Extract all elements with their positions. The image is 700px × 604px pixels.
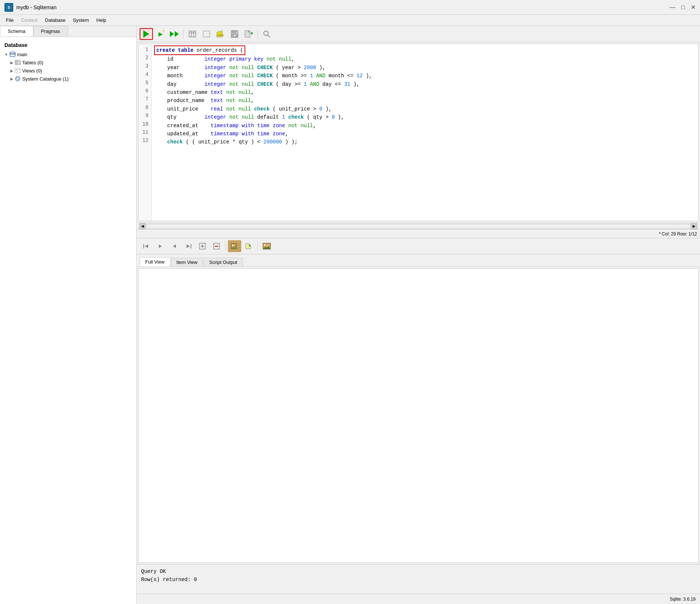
maximize-button[interactable]: □ [681, 4, 685, 11]
code-line-9: qty integer not null default 1 check ( q… [155, 113, 695, 121]
editor-status-bar: * Col: 29 Row: 1/12 [137, 229, 700, 238]
code-line-6: customer_name text not null, [155, 88, 695, 96]
sidebar: Schema Pragmas Database ▼ main ▶ [0, 26, 137, 604]
svg-rect-11 [189, 31, 196, 37]
tables-icon [15, 60, 21, 65]
close-button[interactable]: ✕ [691, 4, 696, 11]
tree-item-views[interactable]: ▶ Views (0) [3, 67, 133, 75]
code-line-12: check ( ( unit_price * qty ) < 200000 ) … [155, 138, 695, 146]
tab-pragmas[interactable]: Pragmas [33, 26, 68, 37]
code-line-4: month integer not null CHECK ( month >= … [155, 72, 695, 80]
app-logo: S [4, 3, 13, 12]
code-line-2: id integer primary key not null, [155, 55, 695, 63]
tab-item-view[interactable]: Item View [171, 258, 203, 267]
bottom-toolbar-sep [225, 242, 226, 251]
last-row-button[interactable] [182, 240, 195, 252]
add-row-button[interactable] [196, 240, 209, 252]
svg-point-37 [264, 244, 266, 246]
delete-row-button[interactable] [210, 240, 223, 252]
sidebar-content: Database ▼ main ▶ [0, 37, 136, 604]
tab-script-output[interactable]: Script Output [204, 258, 243, 267]
svg-point-32 [232, 245, 233, 246]
first-row-icon [143, 243, 150, 249]
svg-point-10 [17, 78, 19, 80]
menu-file[interactable]: File [3, 16, 17, 24]
prev-row-icon [157, 243, 163, 249]
table-blank-icon [203, 31, 210, 37]
title-bar-left: S mydb - Sqliteman [4, 3, 57, 12]
scroll-right-arrow[interactable]: ▶ [691, 223, 697, 229]
bottom-toolbar-sep2 [257, 242, 258, 251]
table-blank-button[interactable] [200, 28, 213, 40]
code-line-5: day integer not null CHECK ( day >= 1 AN… [155, 80, 695, 88]
svg-text:A: A [266, 244, 269, 247]
export-view-button[interactable] [228, 240, 241, 252]
save-db-button[interactable] [228, 28, 241, 40]
next-row-button[interactable] [168, 240, 181, 252]
svg-rect-18 [232, 31, 236, 33]
tree-label-main: main [17, 52, 27, 57]
export-button[interactable] [242, 28, 255, 40]
tree-label-views: Views (0) [22, 68, 42, 74]
menu-context[interactable]: Context [18, 16, 41, 24]
import-view-icon [245, 243, 252, 250]
code-line-7: product_name text not null, [155, 96, 695, 105]
tree-arrow-views: ▶ [10, 69, 13, 73]
query-status-line2: Row(s) returned: 0 [141, 576, 696, 584]
svg-rect-6 [15, 68, 20, 73]
run-explain-button[interactable]: ▶ ? [154, 28, 167, 40]
table-view-icon [189, 31, 196, 37]
tab-full-view[interactable]: Full View [140, 257, 170, 267]
run-all-button[interactable] [168, 28, 181, 40]
import-view-button[interactable] [242, 240, 255, 252]
svg-point-22 [264, 31, 268, 35]
image-view-button[interactable]: A [260, 240, 273, 252]
menu-database[interactable]: Database [42, 16, 69, 24]
right-panel: ▶ ? [137, 26, 700, 604]
app-status-bar: Sqlite: 3.6.19 [137, 594, 700, 604]
title-bar-controls[interactable]: — □ ✕ [669, 4, 696, 11]
add-row-icon [199, 243, 206, 250]
next-row-icon [171, 243, 177, 249]
query-status: Query OK Row(s) returned: 0 [137, 564, 700, 594]
search-button[interactable] [260, 28, 273, 40]
code-editor[interactable]: 1 2 3 4 5 6 7 8 9 10 11 12 create table … [138, 44, 699, 221]
views-icon [15, 68, 21, 74]
svg-rect-15 [203, 31, 210, 37]
prev-row-button[interactable] [154, 240, 167, 252]
delete-row-icon [213, 243, 220, 250]
scroll-track[interactable] [146, 224, 690, 228]
svg-rect-2 [15, 60, 20, 65]
line-numbers: 1 2 3 4 5 6 7 8 9 10 11 12 [139, 44, 152, 221]
table-view-button[interactable] [186, 28, 199, 40]
tree-item-catalogue[interactable]: ▶ System Catalogue (1) [3, 75, 133, 83]
main-layout: Schema Pragmas Database ▼ main ▶ [0, 26, 700, 604]
editor-scrollbar[interactable]: ◀ ▶ [138, 223, 699, 229]
first-row-button[interactable] [140, 240, 153, 252]
editor-status-text: * Col: 29 Row: 1/12 [659, 231, 697, 237]
window-title: mydb - Sqliteman [16, 4, 57, 10]
export-view-icon [231, 243, 238, 250]
save-db-icon [231, 30, 238, 38]
tree-item-tables[interactable]: ▶ Tables (0) [3, 58, 133, 67]
open-db-button[interactable] [214, 28, 227, 40]
toolbar-sep-1 [183, 30, 184, 38]
scroll-left-arrow[interactable]: ◀ [140, 223, 146, 229]
menu-help[interactable]: Help [93, 16, 109, 24]
run-icon [143, 30, 149, 38]
minimize-button[interactable]: — [669, 4, 675, 11]
last-row-icon [185, 243, 192, 249]
tree-label-tables: Tables (0) [22, 60, 43, 65]
sidebar-header: Database [3, 40, 133, 50]
title-bar: S mydb - Sqliteman — □ ✕ [0, 0, 700, 15]
svg-rect-20 [233, 35, 236, 37]
catalogue-icon [15, 76, 21, 82]
run-button[interactable] [140, 28, 153, 40]
code-content[interactable]: create table order_records ( id integer … [152, 44, 698, 221]
tree-arrow-catalogue: ▶ [10, 77, 13, 81]
toolbar-sep-2 [257, 30, 258, 38]
tree-item-main[interactable]: ▼ main [3, 50, 133, 58]
tab-schema[interactable]: Schema [0, 26, 33, 37]
code-line-8: unit_price real not null check ( unit_pr… [155, 105, 695, 113]
menu-system[interactable]: System [70, 16, 92, 24]
